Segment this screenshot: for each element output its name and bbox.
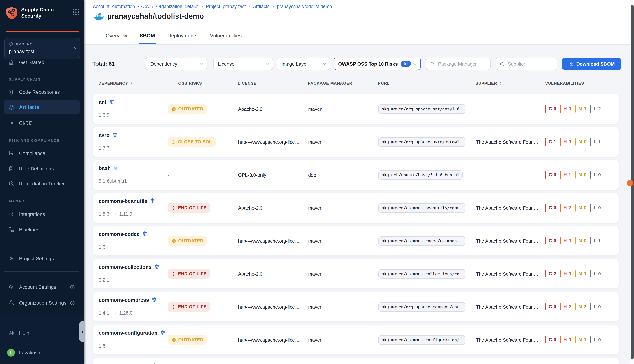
purl-chip[interactable]: pkg:maven/org.apache.ant/ant@1.6… xyxy=(378,104,465,114)
severity-bar xyxy=(560,270,561,278)
license-filter-dropdown[interactable]: License xyxy=(213,58,273,70)
tab-overview[interactable]: Overview xyxy=(105,32,128,44)
oss-risk-label: CLOSE TO EOL xyxy=(178,139,212,144)
section-label-manage: MANAGE xyxy=(9,199,28,203)
sidebar-collapse-handle[interactable]: ◀ xyxy=(79,321,85,342)
floating-notification-dot[interactable] xyxy=(627,180,633,186)
purl-chip[interactable]: pkg:maven/commons-codec/commons-… xyxy=(378,236,465,246)
vulnerabilities-cell: C 0 H 0 M 1 L 2 xyxy=(545,94,604,124)
vuln-high: H 2 xyxy=(560,303,571,310)
severity-count: 0 xyxy=(598,172,601,178)
download-sbom-button[interactable]: Download SBOM xyxy=(562,58,621,70)
version-from: 1.6.5 xyxy=(99,112,109,118)
purl-chip[interactable]: pkg:deb/ubuntu/bash@5.1-6ubuntu1 xyxy=(378,170,463,180)
sidebar-divider xyxy=(5,245,79,245)
table-row[interactable]: commons-beanutils 1.8.3 → 1.11.0 ⊘ END O… xyxy=(93,193,619,223)
sidebar-item-code-repositories[interactable]: Code Repositories xyxy=(4,85,80,99)
module-grid-icon[interactable] xyxy=(73,9,79,16)
image-layer-filter-dropdown[interactable]: Image Layer xyxy=(277,58,330,70)
user-menu[interactable]: L Lavakush xyxy=(4,346,80,360)
sidebar-item-help[interactable]: ? Help xyxy=(4,326,80,340)
table-row[interactable]: commons-codec 1.6 ⊘ OUTDATED O xyxy=(93,226,619,256)
oss-risk-label: END OF LIFE xyxy=(178,205,207,210)
package-manager-cell: maven xyxy=(308,325,323,354)
package-manager-search-input[interactable] xyxy=(437,61,484,67)
purl-chip[interactable]: pkg:maven/commons-beanutils/comm… xyxy=(378,203,465,212)
purl-chip[interactable]: pkg:maven/org.apache.avro/avro@1… xyxy=(378,137,465,146)
severity-count: 0 xyxy=(554,205,556,210)
table-row[interactable]: commons-configuration 1.6 ⊘ OUTDATED xyxy=(93,325,619,355)
tab-sbom[interactable]: SBOM xyxy=(139,32,156,44)
package-manager-cell: maven xyxy=(308,259,323,288)
vuln-critical: C 0 xyxy=(545,237,556,244)
tab-deployments[interactable]: Deployments xyxy=(167,32,198,44)
table-row[interactable]: commons-collections 3.2.1 ⊘ END OF LIFE xyxy=(93,259,619,289)
sidebar-item-remediation-tracker[interactable]: Remediation Tracker xyxy=(4,177,80,190)
sidebar-item-pipelines[interactable]: Pipelines xyxy=(4,222,80,236)
supplier-search xyxy=(496,58,557,70)
app-root: Supply Chain Security PROJECT pranay-tes… xyxy=(0,0,634,364)
sidebar-item-get-started[interactable]: Get Started xyxy=(4,55,80,69)
table-row[interactable]: commons-compress 1.4.1 → 1.28.0 ⊘ END OF… xyxy=(93,292,619,322)
dependency-filter-dropdown[interactable]: Dependency xyxy=(146,58,207,70)
oss-risk-label: END OF LIFE xyxy=(178,271,207,276)
severity-letter: C xyxy=(549,271,552,276)
dependency-name: commons-collections xyxy=(99,264,152,270)
download-icon xyxy=(568,61,574,66)
table-row[interactable]: ant 1.6.5 ⊘ OUTDATED OUTDATED xyxy=(93,94,619,124)
col-header-dependency[interactable]: DEPENDENCY▼ xyxy=(98,81,133,86)
search-icon xyxy=(500,62,504,66)
breadcrumb-account[interactable]: Account: Automation-SSCA xyxy=(93,4,149,9)
severity-count: 1 xyxy=(554,139,556,144)
vuln-critical: C 0 xyxy=(545,171,556,178)
version-from: 3.2.1 xyxy=(99,277,109,282)
sidebar-item-account-settings[interactable]: Account Settings i xyxy=(4,280,80,294)
purl-cell: pkg:maven/commons-configuration/… xyxy=(378,325,465,354)
chevron-down-icon xyxy=(199,63,203,65)
dependency-version: 5.1-6ubuntu1 xyxy=(99,178,129,184)
purl-chip[interactable]: pkg:maven/commons-configuration/… xyxy=(378,335,465,344)
breadcrumb-organization[interactable]: Organization: default xyxy=(156,4,199,9)
vuln-medium: M 0 xyxy=(574,237,587,244)
sidebar-item-integrations[interactable]: Integrations xyxy=(4,207,80,221)
severity-bar xyxy=(590,270,591,278)
severity-bar xyxy=(574,171,576,178)
breadcrumb-artifact-name[interactable]: pranaycshah/todolist-demo xyxy=(277,4,332,9)
supplier-search-input[interactable] xyxy=(507,61,551,67)
purl-chip[interactable]: pkg:maven/commons-collections/co… xyxy=(378,269,465,278)
purl-chip[interactable]: pkg:maven/org.apache.commons/com… xyxy=(378,302,465,312)
severity-letter: C xyxy=(549,337,552,342)
vuln-high: H 1 xyxy=(560,171,571,178)
sidebar-item-artifacts[interactable]: Artifacts xyxy=(4,100,80,114)
col-header-license: LICENSE xyxy=(238,81,256,86)
dependency-cell: commons-codec xyxy=(99,231,148,237)
sidebar-item-compliance[interactable]: Compliance xyxy=(4,146,80,160)
vuln-medium: M 0 xyxy=(574,204,587,212)
severity-count: 2 xyxy=(568,205,571,210)
section-label-risk-compliance: RISK AND COMPLIANCE xyxy=(9,138,60,142)
license-cell: http---www.apache.org-lice… xyxy=(238,325,299,354)
sidebar-item-cicd[interactable]: ∞ CI/CD xyxy=(4,116,80,130)
table-row[interactable]: bash 5.1-6ubuntu1 ⊘ - - xyxy=(93,160,619,190)
sidebar-item-organization-settings[interactable]: Organization Settings i xyxy=(4,296,80,310)
table-row[interactable]: avro 1.7.7 ⊘ CLOSE TO EOL CLOS xyxy=(93,127,619,157)
oss-risk-label: OUTDATED xyxy=(178,238,203,244)
breadcrumb-project[interactable]: Project: pranay-test xyxy=(206,4,246,9)
tab-vulnerabilities[interactable]: Vulnerabilities xyxy=(209,32,242,44)
vuln-low: L 0 xyxy=(590,303,601,310)
supplier-cell: The Apache Software Foun… xyxy=(476,259,538,288)
vuln-medium: M 1 xyxy=(574,270,587,278)
sidebar-item-project-settings[interactable]: ⚙ Project Settings › xyxy=(4,252,80,266)
owasp-risks-filter-dropdown[interactable]: OWASP OSS Top 10 Risks 01 xyxy=(334,58,421,70)
license-cell: http---www.apache.org-lice… xyxy=(238,226,299,256)
breadcrumb-artifacts[interactable]: Artifacts xyxy=(253,4,269,9)
sort-both-icon: ▲▼ xyxy=(499,81,502,86)
severity-bar xyxy=(590,138,591,146)
dependency-cell: commons-configuration xyxy=(99,330,165,336)
package-manager-cell: maven xyxy=(308,292,323,322)
col-header-supplier[interactable]: SUPPLIER ▲▼ xyxy=(475,81,502,86)
license-cell: http---www.apache.org-lice… xyxy=(238,127,299,156)
sidebar-item-rule-definitions[interactable]: Rule Definitions xyxy=(4,162,80,176)
layers-icon xyxy=(160,330,165,336)
table-row[interactable]: commons-fileupload ⊘ END OF LIFE xyxy=(93,358,619,364)
